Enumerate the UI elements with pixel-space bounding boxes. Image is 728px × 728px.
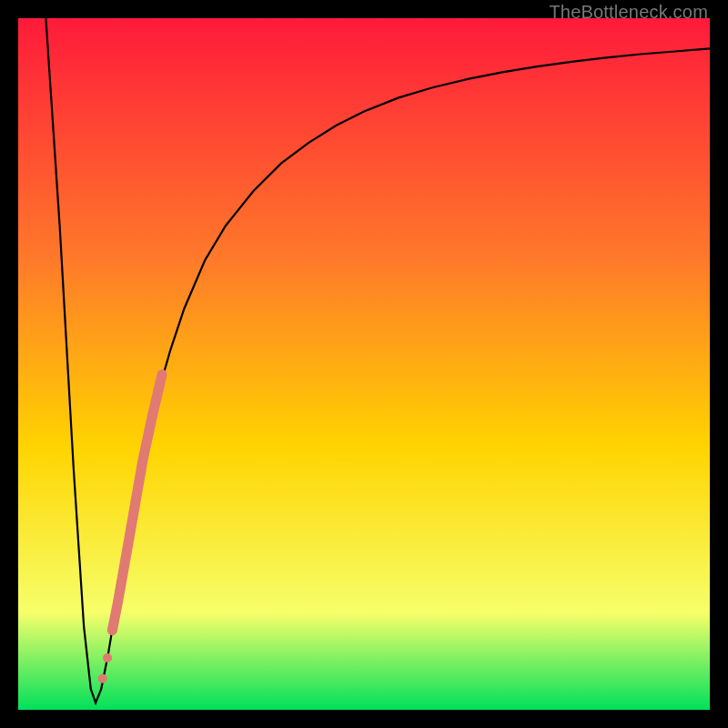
plot-svg	[18, 18, 710, 710]
watermark-text: TheBottleneck.com	[549, 2, 708, 23]
highlight-dot	[98, 674, 107, 683]
highlight-dot	[103, 653, 112, 662]
plot-frame	[18, 18, 710, 710]
